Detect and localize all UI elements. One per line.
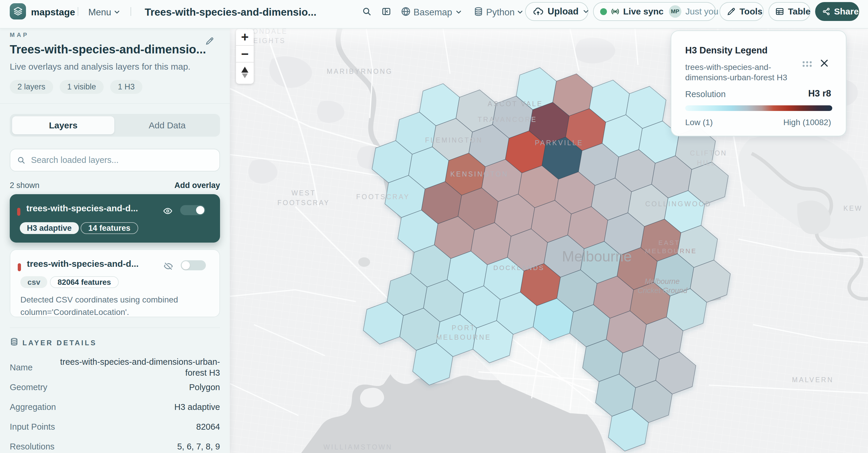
svg-text:KENSINGTON: KENSINGTON	[451, 170, 508, 178]
svg-text:MELBOURNE: MELBOURNE	[436, 333, 491, 341]
svg-text:MARIBYRNONG: MARIBYRNONG	[327, 68, 393, 75]
svg-text:KEW: KEW	[843, 204, 862, 212]
svg-text:EAST: EAST	[658, 239, 680, 247]
svg-text:PORT: PORT	[452, 324, 475, 332]
svg-text:MALVERN: MALVERN	[792, 376, 834, 384]
svg-text:MELBOURNE: MELBOURNE	[645, 247, 697, 255]
svg-text:FLEMINGTON: FLEMINGTON	[425, 136, 483, 144]
svg-text:Melbourne: Melbourne	[645, 277, 680, 285]
svg-text:WILLIAMSTOWN: WILLIAMSTOWN	[323, 443, 393, 451]
svg-text:COLLINGWOOD: COLLINGWOOD	[645, 200, 712, 208]
svg-text:Cricket Ground: Cricket Ground	[638, 286, 687, 294]
svg-text:TRAVANCORE: TRAVANCORE	[477, 116, 537, 123]
svg-text:FOOTSCRAY: FOOTSCRAY	[356, 193, 410, 201]
svg-text:DOCKLANDS: DOCKLANDS	[494, 264, 545, 271]
svg-text:PARKVILLE: PARKVILLE	[535, 139, 583, 147]
svg-text:FOOTSCRAY: FOOTSCRAY	[277, 199, 330, 206]
svg-text:HILL: HILL	[697, 159, 716, 167]
svg-text:WEST: WEST	[291, 189, 316, 197]
svg-text:ASCOT VALE: ASCOT VALE	[488, 100, 543, 108]
svg-text:CLIFTON: CLIFTON	[690, 149, 727, 157]
svg-text:Melbourne: Melbourne	[562, 248, 632, 265]
